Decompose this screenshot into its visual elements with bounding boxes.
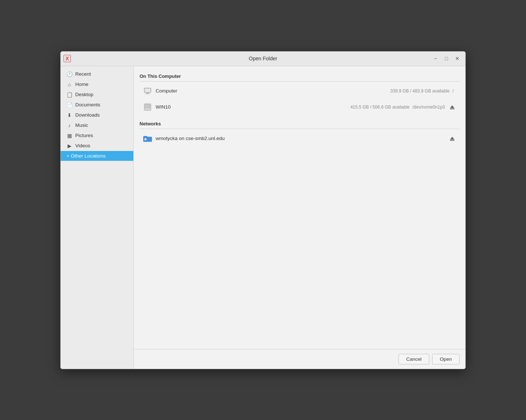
open-button[interactable]: Open bbox=[432, 354, 460, 364]
section-header-computer: On This Computer bbox=[140, 72, 460, 80]
documents-icon: 📄 bbox=[66, 102, 72, 108]
open-folder-dialog: X Open Folder − □ ✕ 🕐 Recent ⌂ Home 📋 De… bbox=[60, 51, 466, 369]
app-icon: X bbox=[64, 55, 71, 62]
section-header-networks: Networks bbox=[140, 120, 460, 127]
win10-name: WIN10 bbox=[156, 104, 350, 110]
cancel-button[interactable]: Cancel bbox=[399, 354, 429, 364]
videos-icon: ▶ bbox=[66, 143, 72, 149]
section-networks: Networks ↔ wmotycka on cse-smb2.unl.edu bbox=[140, 120, 460, 147]
content-area: 🕐 Recent ⌂ Home 📋 Desktop 📄 Documents ⬇ … bbox=[61, 66, 465, 369]
computer-drive-icon bbox=[142, 86, 153, 96]
recent-icon: 🕐 bbox=[66, 71, 72, 77]
computer-path: / bbox=[453, 88, 454, 94]
sidebar: 🕐 Recent ⌂ Home 📋 Desktop 📄 Documents ⬇ … bbox=[61, 66, 134, 369]
downloads-icon: ⬇ bbox=[66, 112, 72, 118]
home-icon: ⌂ bbox=[66, 82, 72, 87]
sidebar-item-music[interactable]: ♪ Music bbox=[61, 120, 133, 130]
sidebar-item-downloads[interactable]: ⬇ Downloads bbox=[61, 110, 133, 120]
location-row-win10[interactable]: WIN10 415.5 GB / 506.8 GB available /dev… bbox=[140, 99, 460, 115]
sidebar-item-pictures[interactable]: ▦ Pictures bbox=[61, 130, 133, 141]
svg-rect-2 bbox=[146, 93, 149, 94]
network-share-name: wmotycka on cse-smb2.unl.edu bbox=[156, 136, 448, 141]
svg-text:↔: ↔ bbox=[145, 138, 146, 140]
section-on-this-computer: On This Computer Computer bbox=[140, 72, 460, 115]
win10-path: /dev/nvme0n1p3 bbox=[412, 105, 445, 110]
divider-computer bbox=[140, 81, 460, 82]
sidebar-label-desktop: Desktop bbox=[75, 92, 94, 97]
sidebar-item-documents[interactable]: 📄 Documents bbox=[61, 100, 133, 110]
svg-rect-5 bbox=[145, 104, 150, 109]
win10-drive-icon bbox=[142, 102, 153, 112]
svg-rect-1 bbox=[145, 88, 150, 92]
location-row-computer[interactable]: Computer 339.9 GB / 483.9 GB available / bbox=[140, 83, 460, 99]
sidebar-item-other-locations[interactable]: + Other Locations bbox=[61, 151, 133, 161]
sidebar-label-documents: Documents bbox=[75, 102, 100, 107]
titlebar-left: X bbox=[64, 55, 71, 62]
main-panel: On This Computer Computer bbox=[134, 66, 465, 369]
win10-meta: 415.5 GB / 506.8 GB available bbox=[350, 105, 409, 110]
main-content: On This Computer Computer bbox=[134, 66, 465, 349]
network-folder-icon: ↔ bbox=[142, 133, 153, 144]
svg-rect-3 bbox=[145, 94, 150, 94]
sidebar-label-music: Music bbox=[75, 122, 88, 128]
sidebar-label-pictures: Pictures bbox=[75, 133, 93, 138]
win10-eject-button[interactable] bbox=[448, 103, 457, 111]
sidebar-label-videos: Videos bbox=[75, 143, 90, 148]
close-button[interactable]: ✕ bbox=[452, 53, 462, 64]
maximize-button[interactable]: □ bbox=[441, 53, 451, 64]
dialog-title: Open Folder bbox=[249, 56, 277, 61]
location-row-network-share[interactable]: ↔ wmotycka on cse-smb2.unl.edu bbox=[140, 130, 460, 147]
computer-name: Computer bbox=[156, 88, 390, 94]
sidebar-label-other-locations: + Other Locations bbox=[66, 153, 106, 159]
titlebar: X Open Folder − □ ✕ bbox=[61, 52, 465, 66]
svg-rect-8 bbox=[450, 109, 454, 109]
computer-meta: 339.9 GB / 483.9 GB available bbox=[390, 88, 450, 94]
dialog-footer: Cancel Open bbox=[134, 349, 465, 369]
sidebar-item-home[interactable]: ⌂ Home bbox=[61, 79, 133, 90]
svg-marker-11 bbox=[450, 137, 454, 140]
pictures-icon: ▦ bbox=[66, 133, 72, 139]
sidebar-label-recent: Recent bbox=[75, 71, 91, 77]
svg-marker-7 bbox=[450, 105, 454, 108]
desktop-icon: 📋 bbox=[66, 92, 72, 98]
divider-networks bbox=[140, 129, 460, 129]
sidebar-item-recent[interactable]: 🕐 Recent bbox=[61, 69, 133, 79]
svg-rect-12 bbox=[450, 140, 454, 141]
network-eject-button[interactable] bbox=[448, 134, 457, 143]
sidebar-label-home: Home bbox=[75, 82, 88, 87]
titlebar-controls: − □ ✕ bbox=[430, 53, 462, 64]
sidebar-item-videos[interactable]: ▶ Videos bbox=[61, 141, 133, 151]
minimize-button[interactable]: − bbox=[430, 53, 441, 64]
sidebar-label-downloads: Downloads bbox=[75, 112, 100, 118]
svg-point-6 bbox=[147, 109, 148, 110]
music-icon: ♪ bbox=[66, 122, 72, 128]
sidebar-item-desktop[interactable]: 📋 Desktop bbox=[61, 90, 133, 100]
